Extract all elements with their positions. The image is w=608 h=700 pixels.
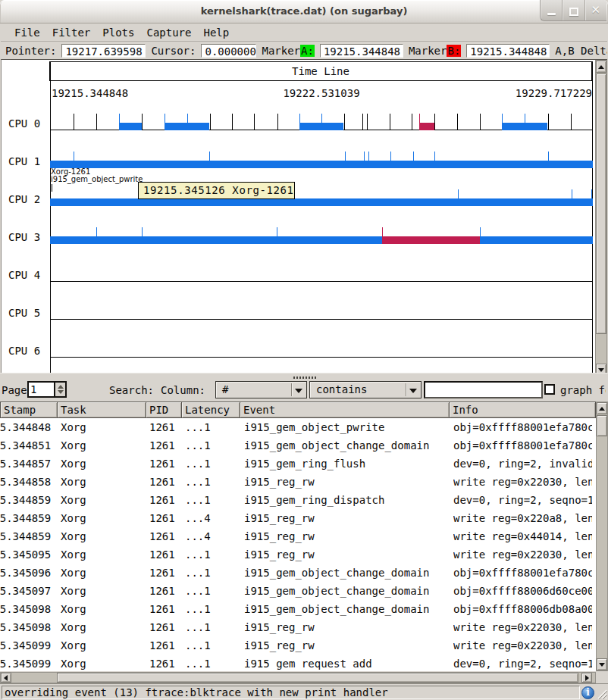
cell-info: obj=0xffff88001efa780c0 — [453, 418, 592, 436]
horizontal-scrollbar-thumb[interactable] — [57, 673, 578, 683]
graph-follows-checkbox[interactable] — [544, 384, 555, 395]
cell-info: obj=0xffff88006db08a000 — [453, 600, 592, 618]
match-type-select[interactable]: contains — [309, 381, 422, 398]
minimize-button[interactable] — [541, 0, 563, 20]
column-header-event[interactable]: Event — [240, 402, 450, 418]
menu-help[interactable]: Help — [197, 23, 235, 42]
cell-stamp: 19215.345095 — [0, 545, 51, 564]
search-input[interactable] — [424, 381, 543, 398]
event-tick — [232, 114, 233, 130]
event-tick — [362, 114, 363, 130]
cell-pid: 1261 — [149, 509, 175, 527]
pointer-label: Pointer: — [5, 45, 56, 57]
cell-info: dev=0, ring=2, seqno=1120 — [453, 491, 592, 509]
table-row[interactable]: 19215.344858Xorg1261...1i915_reg_rwwrite… — [0, 473, 596, 491]
table-row[interactable]: 19215.344859Xorg1261...4i915_reg_rwwrite… — [0, 527, 596, 545]
marker-b-key: B: — [447, 45, 461, 57]
column-header-info[interactable]: Info — [450, 402, 596, 418]
menu-bar: FileFilterPlotsCaptureHelp — [1, 23, 607, 42]
task-event-tick — [345, 152, 346, 161]
page-spinbox-value[interactable]: 1 — [30, 383, 36, 396]
menu-plots[interactable]: Plots — [96, 23, 140, 42]
minimize-icon — [547, 13, 556, 15]
event-table-header: StampTaskPIDLatencyEventInfo — [0, 402, 596, 418]
table-row[interactable]: 19215.344857Xorg1261...1i915_gem_ring_fl… — [0, 455, 596, 473]
status-message: overriding event (13) ftrace:blktrace wi… — [5, 686, 388, 698]
table-row[interactable]: 19215.345096Xorg1261...1i915_gem_object_… — [0, 564, 596, 582]
combo-separator — [406, 383, 406, 396]
menu-capture[interactable]: Capture — [140, 23, 197, 42]
menu-filter[interactable]: Filter — [46, 23, 97, 42]
table-row[interactable]: 19215.345097Xorg1261...1i915_gem_object_… — [0, 582, 596, 600]
table-vertical-scrollbar[interactable] — [596, 402, 608, 671]
table-scroll-right-button[interactable] — [581, 673, 592, 683]
table-row[interactable]: 19215.345098Xorg1261...1i915_reg_rwwrite… — [0, 618, 596, 636]
table-scroll-left-button[interactable] — [1, 673, 11, 683]
page-spinbox-buttons[interactable] — [54, 383, 65, 396]
window-title: kernelshark(trace.dat) (on sugarbay) — [0, 0, 608, 23]
table-scroll-down-button[interactable] — [597, 658, 607, 670]
cell-info: dev=0, ring=2, invalidate — [453, 455, 592, 473]
cell-task: Xorg — [61, 509, 86, 527]
title-bar[interactable]: kernelshark(trace.dat) (on sugarbay) ✕ — [0, 0, 608, 23]
cell-latency: ...1 — [185, 491, 211, 509]
close-button[interactable]: ✕ — [585, 0, 606, 20]
chevron-down-icon — [295, 389, 302, 393]
cell-event: i915_reg_rw — [244, 509, 315, 527]
table-row[interactable]: 19215.344851Xorg1261...1i915_gem_object_… — [0, 436, 596, 455]
event-tick — [434, 114, 435, 130]
cell-info: write reg=0x22030, len=4 — [453, 636, 592, 655]
page-spinbox[interactable]: 1 — [27, 381, 67, 398]
task-event-tick — [413, 152, 414, 161]
cell-task: Xorg — [61, 636, 86, 655]
table-row[interactable]: 19215.345095Xorg1261...1i915_reg_rwwrite… — [0, 545, 596, 564]
event-tick — [142, 114, 143, 130]
graph-vertical-scrollbar[interactable] — [595, 60, 607, 377]
event-tick — [96, 114, 97, 130]
window-resize-grip[interactable] — [595, 687, 607, 699]
maximize-button[interactable] — [563, 0, 584, 20]
table-scrollbar-thumb[interactable] — [597, 415, 607, 436]
cell-event: i915_gem_object_pwrite — [244, 418, 384, 436]
column-header-stamp[interactable]: Stamp — [0, 402, 58, 418]
timeline-graph-area[interactable]: Time Line 19215.34484819222.53103919229.… — [1, 59, 607, 373]
marker-b-label: Marker — [409, 45, 447, 57]
cell-event: i915_gem_ring_dispatch — [244, 491, 384, 509]
cell-stamp: 19215.344858 — [0, 473, 51, 491]
cell-latency: ...1 — [185, 636, 211, 655]
table-row[interactable]: 19215.345099Xorg1261...1i915_reg_rwwrite… — [0, 636, 596, 655]
task-event-tick — [142, 227, 143, 236]
table-row[interactable]: 19215.345098Xorg1261...1i915_gem_object_… — [0, 600, 596, 618]
graph-scroll-up-button[interactable] — [596, 61, 606, 73]
table-row[interactable]: 19215.344848Xorg1261...1i915_gem_object_… — [0, 418, 596, 436]
cell-event: i915_gem_object_change_domain — [244, 436, 429, 455]
cell-stamp: 19215.344857 — [0, 455, 51, 473]
column-header-task[interactable]: Task — [58, 402, 146, 418]
table-row[interactable]: 19215.344859Xorg1261...1i915_gem_ring_di… — [0, 491, 596, 509]
hover-marker-tick — [52, 184, 52, 192]
cell-latency: ...1 — [185, 600, 211, 618]
column-header-latency[interactable]: Latency — [182, 402, 240, 418]
cpu-label: CPU 1 — [8, 155, 40, 167]
table-row[interactable]: 19215.344859Xorg1261...4i915_reg_rwwrite… — [0, 509, 596, 527]
status-message-box: overriding event (13) ftrace:blktrace wi… — [2, 686, 580, 699]
task-bar — [119, 123, 142, 130]
pane-splitter-grip[interactable] — [293, 377, 318, 379]
menu-file[interactable]: File — [8, 23, 46, 42]
cell-info: write reg=0x22030, len=4 — [453, 618, 592, 636]
column-header-pid[interactable]: PID — [146, 402, 182, 418]
down-arrow-icon — [599, 663, 605, 667]
table-horizontal-scrollbar[interactable] — [0, 672, 596, 683]
graph-scrollbar-thumb[interactable] — [596, 73, 606, 334]
column-select-value: # — [222, 382, 228, 398]
spin-up-icon — [58, 385, 64, 389]
table-scroll-up-button[interactable] — [597, 402, 607, 414]
event-table[interactable]: 19215.344848Xorg1261...1i915_gem_object_… — [0, 418, 596, 671]
event-tick — [571, 114, 572, 130]
task-event-tick — [434, 152, 435, 161]
task-event-tick — [548, 152, 549, 161]
cell-pid: 1261 — [149, 491, 175, 509]
column-select[interactable]: # — [215, 381, 307, 398]
table-row[interactable]: 19215.345099Xorg1261...1i915_gem_request… — [0, 655, 596, 670]
cell-task: Xorg — [61, 545, 86, 564]
